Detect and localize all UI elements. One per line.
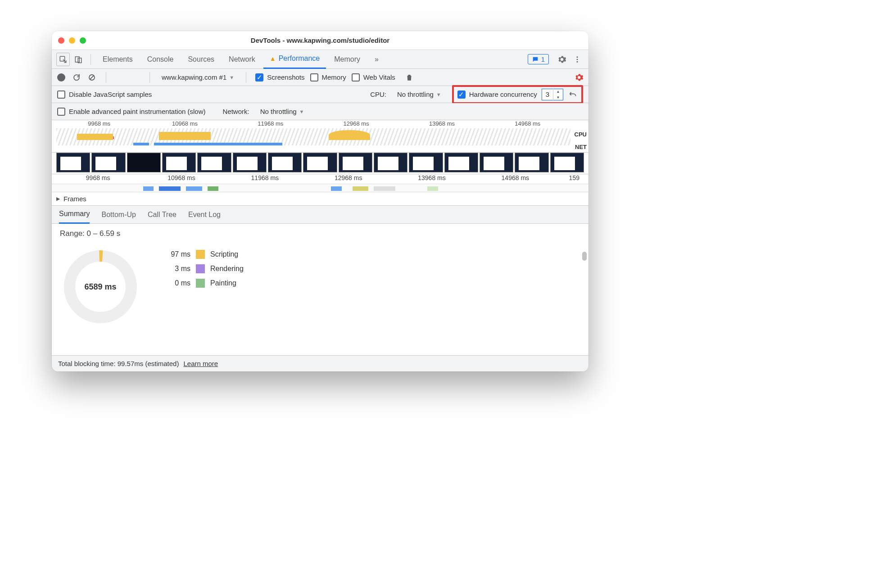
undo-icon[interactable] bbox=[568, 90, 578, 100]
paint-instrumentation-checkbox[interactable]: Enable advanced paint instrumentation (s… bbox=[57, 108, 206, 116]
subtab-call-tree[interactable]: Call Tree bbox=[148, 206, 177, 224]
screenshot-thumb[interactable] bbox=[550, 153, 584, 172]
chevron-down-icon: ▼ bbox=[436, 92, 441, 97]
details-tabs: Summary Bottom-Up Call Tree Event Log bbox=[52, 206, 588, 224]
frames-label: Frames bbox=[63, 195, 86, 203]
subtab-summary[interactable]: Summary bbox=[59, 206, 90, 224]
webvitals-checkbox[interactable]: Web Vitals bbox=[352, 73, 395, 81]
legend-label: Rendering bbox=[210, 265, 244, 273]
swatch-icon bbox=[196, 279, 205, 288]
memory-checkbox[interactable]: Memory bbox=[310, 73, 346, 81]
screenshot-thumb[interactable] bbox=[303, 153, 337, 172]
select-value: No throttling bbox=[260, 108, 297, 115]
cpu-throttling-select[interactable]: No throttling ▼ bbox=[394, 90, 444, 99]
checkbox-label: Enable advanced paint instrumentation (s… bbox=[69, 108, 206, 115]
summary-legend: 97 ms Scripting 3 ms Rendering 0 ms Pain… bbox=[159, 246, 244, 288]
legend-label: Scripting bbox=[210, 250, 238, 258]
screenshot-thumb[interactable] bbox=[480, 153, 513, 172]
cpu-label: CPU: bbox=[370, 90, 386, 98]
screenshots-checkbox[interactable]: ✓ Screenshots bbox=[255, 73, 304, 81]
tab-label: Performance bbox=[279, 54, 320, 63]
flamechart-ruler: 9968 ms 10968 ms 11968 ms 12968 ms 13968… bbox=[52, 174, 588, 184]
ruler-mark: 10968 ms bbox=[142, 120, 227, 127]
vertical-scrollbar[interactable] bbox=[582, 252, 587, 261]
tab-sources[interactable]: Sources bbox=[181, 50, 221, 69]
screenshot-thumb[interactable] bbox=[339, 153, 372, 172]
total-blocking-time: Total blocking time: 99.57ms (estimated) bbox=[58, 360, 179, 367]
record-button[interactable] bbox=[56, 72, 66, 82]
capture-settings-icon[interactable] bbox=[574, 72, 584, 82]
load-profile-icon[interactable] bbox=[115, 72, 125, 82]
cpu-overview-label: CPU bbox=[575, 131, 587, 138]
close-window-button[interactable] bbox=[58, 37, 64, 44]
target-selector[interactable]: www.kapwing.com #1 ▼ bbox=[159, 72, 237, 82]
clear-button[interactable] bbox=[87, 72, 97, 82]
screenshot-thumb[interactable] bbox=[162, 153, 196, 172]
summary-donut-chart: 6589 ms bbox=[60, 246, 141, 327]
input-value: 3 bbox=[542, 90, 553, 98]
timeline-overview[interactable]: 9968 ms 10968 ms 11968 ms 12968 ms 13968… bbox=[52, 120, 588, 153]
issues-badge[interactable]: 1 bbox=[528, 54, 549, 64]
more-tabs-button[interactable]: » bbox=[368, 50, 385, 69]
inspect-element-icon[interactable] bbox=[56, 53, 70, 66]
cpu-overview bbox=[56, 128, 570, 145]
zoom-window-button[interactable] bbox=[80, 37, 86, 44]
hardware-concurrency-input[interactable]: 3 ▲▼ bbox=[542, 89, 563, 100]
checkbox-label: Memory bbox=[322, 73, 346, 81]
ruler-mark: 10968 ms bbox=[140, 174, 223, 184]
capture-options-row-2: Enable advanced paint instrumentation (s… bbox=[52, 103, 588, 120]
stepper-icon[interactable]: ▲▼ bbox=[553, 89, 563, 100]
network-throttling-select[interactable]: No throttling ▼ bbox=[258, 107, 307, 116]
tab-elements[interactable]: Elements bbox=[96, 50, 139, 69]
tab-label: Sources bbox=[188, 55, 214, 63]
disable-js-samples-checkbox[interactable]: Disable JavaScript samples bbox=[57, 90, 152, 99]
reload-record-button[interactable] bbox=[72, 72, 81, 82]
svg-point-4 bbox=[577, 59, 578, 60]
status-bar: Total blocking time: 99.57ms (estimated)… bbox=[52, 355, 588, 371]
screenshot-thumb[interactable] bbox=[233, 153, 267, 172]
checkbox-icon bbox=[310, 73, 318, 81]
save-profile-icon[interactable] bbox=[131, 72, 140, 82]
frames-track-header[interactable]: ▶ Frames bbox=[52, 192, 588, 206]
chevron-down-icon: ▼ bbox=[229, 75, 234, 80]
screenshot-thumb[interactable] bbox=[127, 153, 161, 172]
screenshot-thumb[interactable] bbox=[374, 153, 407, 172]
hardware-concurrency-group: ✓ Hardware concurrency 3 ▲▼ bbox=[452, 85, 583, 104]
divider bbox=[149, 72, 150, 83]
screenshot-thumb[interactable] bbox=[91, 153, 125, 172]
screenshot-thumb[interactable] bbox=[197, 153, 231, 172]
tab-memory[interactable]: Memory bbox=[328, 50, 367, 69]
subtab-event-log[interactable]: Event Log bbox=[188, 206, 221, 224]
ruler-mark: 12968 ms bbox=[313, 120, 399, 127]
screenshot-thumb[interactable] bbox=[268, 153, 302, 172]
screenshot-thumb[interactable] bbox=[444, 153, 478, 172]
collect-garbage-icon[interactable] bbox=[404, 72, 414, 82]
screenshot-thumb[interactable] bbox=[56, 153, 90, 172]
swatch-icon bbox=[196, 250, 205, 259]
legend-row: 97 ms Scripting bbox=[159, 250, 244, 259]
tab-console[interactable]: Console bbox=[141, 50, 180, 69]
tab-network[interactable]: Network bbox=[222, 50, 262, 69]
ruler-mark: 11968 ms bbox=[228, 120, 313, 127]
kebab-menu-icon[interactable] bbox=[570, 53, 584, 66]
minimize-window-button[interactable] bbox=[69, 37, 75, 44]
tab-performance[interactable]: ▲ Performance bbox=[263, 50, 326, 69]
ruler-mark: 9968 ms bbox=[56, 174, 140, 184]
network-track[interactable] bbox=[52, 184, 588, 192]
donut-center-value: 6589 ms bbox=[60, 246, 141, 327]
more-icon: » bbox=[375, 55, 379, 63]
screenshot-thumb[interactable] bbox=[409, 153, 443, 172]
screenshot-thumb[interactable] bbox=[515, 153, 548, 172]
ruler-mark: 13968 ms bbox=[390, 174, 473, 184]
subtab-bottom-up[interactable]: Bottom-Up bbox=[101, 206, 136, 224]
legend-ms: 3 ms bbox=[159, 265, 190, 273]
range-label: Range: 0 – 6.59 s bbox=[60, 229, 580, 238]
hardware-concurrency-checkbox[interactable]: ✓ Hardware concurrency bbox=[457, 90, 537, 99]
net-overview-label: NET bbox=[575, 144, 587, 150]
screenshot-filmstrip[interactable] bbox=[52, 153, 588, 174]
ruler-mark: 13968 ms bbox=[399, 120, 484, 127]
settings-icon[interactable] bbox=[555, 53, 569, 66]
network-label: Network: bbox=[223, 108, 249, 115]
learn-more-link[interactable]: Learn more bbox=[183, 360, 218, 367]
device-toolbar-icon[interactable] bbox=[72, 53, 85, 66]
